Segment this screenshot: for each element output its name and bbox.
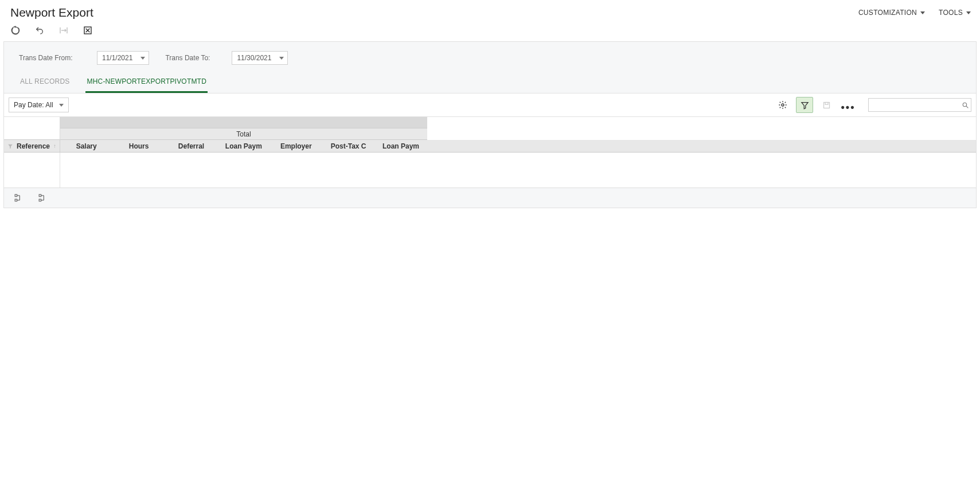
grid-body: Total Reference ↑ Salary Hours Deferral … — [4, 117, 976, 188]
grid-corner — [4, 117, 60, 128]
save-layout-button — [818, 97, 835, 113]
trans-date-to-select[interactable]: 11/30/2021 — [232, 51, 288, 65]
trans-date-from-value: 11/1/2021 — [102, 54, 132, 62]
column-header-reference[interactable]: Reference ↑ — [4, 140, 60, 152]
grid-data-area — [4, 153, 976, 188]
column-header-deferral[interactable]: Deferral — [165, 140, 217, 152]
sort-ascending-icon: ↑ — [53, 143, 56, 149]
menu-tools-label: TOOLS — [939, 9, 963, 17]
filter-from-label: Trans Date From: — [19, 54, 76, 62]
grid-band-strip — [60, 117, 427, 128]
svg-rect-19 — [39, 199, 41, 201]
pay-date-filter-value: Pay Date: All — [14, 101, 53, 109]
svg-marker-7 — [801, 102, 807, 108]
svg-marker-12 — [8, 144, 12, 148]
column-header-employer[interactable]: Employer — [270, 140, 322, 152]
grid-search[interactable] — [868, 98, 971, 112]
svg-line-11 — [966, 106, 968, 108]
grid-search-input[interactable] — [869, 101, 960, 109]
grid-toolbar: Pay Date: All ••• — [4, 93, 976, 117]
main-toolbar — [0, 22, 980, 41]
filter-bar: Trans Date From: 11/1/2021 Trans Date To… — [4, 42, 976, 71]
grid-corner — [4, 128, 60, 140]
filter-to-group: Trans Date To: 11/30/2021 — [165, 51, 288, 65]
svg-rect-13 — [15, 194, 17, 197]
content-panel: Trans Date From: 11/1/2021 Trans Date To… — [3, 41, 977, 208]
grid-header-total-row: Total — [4, 128, 976, 140]
column-header-salary[interactable]: Salary — [60, 140, 112, 152]
export-excel-button[interactable] — [83, 25, 93, 36]
ellipsis-icon: ••• — [841, 100, 856, 110]
caret-down-icon — [140, 57, 145, 60]
grid-column-headers: Reference ↑ Salary Hours Deferral Loan P… — [4, 140, 976, 153]
trans-date-from-select[interactable]: 11/1/2021 — [97, 51, 149, 65]
collapse-all-button[interactable] — [38, 194, 46, 202]
svg-point-6 — [782, 104, 784, 106]
filter-icon — [7, 143, 13, 149]
svg-point-10 — [963, 103, 967, 107]
menu-customization[interactable]: CUSTOMIZATION — [858, 9, 925, 17]
search-icon — [960, 102, 971, 109]
column-header-post-tax[interactable]: Post-Tax C — [322, 140, 374, 152]
grid-row-headers-area — [4, 153, 60, 188]
header-menus: CUSTOMIZATION TOOLS — [858, 9, 971, 17]
pay-date-filter-select[interactable]: Pay Date: All — [9, 97, 69, 112]
grid-frame: Pay Date: All ••• — [4, 93, 976, 208]
filter-to-label: Trans Date To: — [165, 54, 211, 62]
page-title: Newport Export — [10, 6, 93, 19]
caret-down-icon — [279, 57, 284, 60]
menu-customization-label: CUSTOMIZATION — [858, 9, 917, 17]
grid-total-header: Total — [60, 128, 427, 140]
column-header-loan-paym-2[interactable]: Loan Paym — [374, 140, 427, 152]
caret-down-icon — [59, 104, 64, 107]
caret-down-icon — [966, 11, 971, 14]
column-header-reference-label: Reference — [17, 142, 50, 150]
svg-rect-18 — [39, 194, 41, 197]
column-header-loan-paym-1[interactable]: Loan Paym — [217, 140, 270, 152]
svg-rect-9 — [825, 102, 828, 104]
menu-tools[interactable]: TOOLS — [939, 9, 971, 17]
tab-pivot-mtd[interactable]: MHC-NEWPORTEXPORTPIVOTMTD — [85, 73, 208, 93]
more-actions-button[interactable]: ••• — [840, 97, 857, 113]
filter-from-group: Trans Date From: 11/1/2021 — [19, 51, 149, 65]
grid-header-band-row — [4, 117, 976, 128]
svg-rect-8 — [823, 102, 829, 108]
expand-all-button[interactable] — [14, 194, 22, 202]
page-root: Newport Export CUSTOMIZATION TOOLS — [0, 0, 980, 480]
grid-footer-toolbar — [4, 188, 976, 208]
trans-date-to-value: 11/30/2021 — [237, 54, 271, 62]
tab-bar: ALL RECORDS MHC-NEWPORTEXPORTPIVOTMTD — [4, 73, 976, 93]
fit-width-button — [58, 25, 69, 36]
refresh-button[interactable] — [10, 25, 21, 36]
caret-down-icon — [920, 11, 925, 14]
tab-all-records[interactable]: ALL RECORDS — [19, 73, 71, 93]
filter-toggle-button[interactable] — [796, 97, 813, 113]
undo-button[interactable] — [34, 25, 45, 36]
page-header: Newport Export CUSTOMIZATION TOOLS — [0, 0, 980, 22]
settings-button[interactable] — [774, 97, 791, 113]
svg-rect-14 — [15, 199, 17, 201]
column-header-hours[interactable]: Hours — [112, 140, 165, 152]
